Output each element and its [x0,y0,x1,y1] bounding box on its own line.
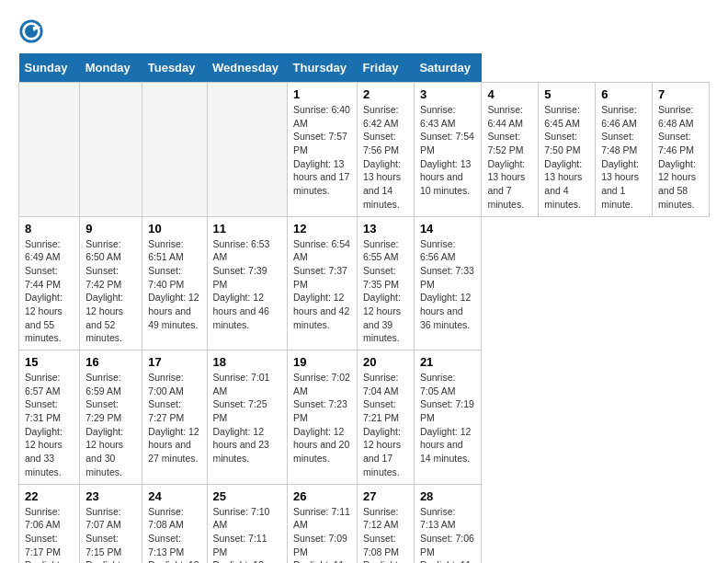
day-info: Sunrise: 7:05 AMSunset: 7:19 PMDaylight:… [420,371,476,465]
calendar-cell: 7Sunrise: 6:48 AMSunset: 7:46 PMDaylight… [653,83,710,217]
calendar-cell: 21Sunrise: 7:05 AMSunset: 7:19 PMDayligh… [414,350,482,485]
day-info: Sunrise: 6:46 AMSunset: 7:48 PMDaylight:… [601,103,646,212]
calendar-cell: 13Sunrise: 6:55 AMSunset: 7:35 PMDayligh… [358,216,415,350]
day-number: 15 [25,355,74,369]
day-info: Sunrise: 6:44 AMSunset: 7:52 PMDaylight:… [487,103,532,212]
header-day-monday: Monday [80,53,142,83]
calendar-cell: 5Sunrise: 6:45 AMSunset: 7:50 PMDaylight… [539,83,596,217]
day-number: 6 [601,87,646,101]
calendar-cell: 27Sunrise: 7:12 AMSunset: 7:08 PMDayligh… [358,484,415,563]
day-number: 25 [213,489,281,503]
day-info: Sunrise: 6:56 AMSunset: 7:33 PMDaylight:… [420,237,476,332]
page-header [18,18,710,44]
day-info: Sunrise: 7:07 AMSunset: 7:15 PMDaylight:… [85,505,136,564]
calendar-cell: 17Sunrise: 7:00 AMSunset: 7:27 PMDayligh… [142,350,207,485]
day-number: 5 [544,87,589,101]
header-day-sunday: Sunday [19,53,80,83]
day-number: 23 [85,489,136,503]
day-info: Sunrise: 7:01 AMSunset: 7:25 PMDaylight:… [213,371,281,465]
day-number: 4 [487,87,532,101]
day-number: 16 [85,355,136,369]
calendar-cell: 22Sunrise: 7:06 AMSunset: 7:17 PMDayligh… [19,484,80,563]
day-number: 14 [420,222,476,236]
day-info: Sunrise: 6:53 AMSunset: 7:39 PMDaylight:… [213,237,281,332]
calendar-cell: 16Sunrise: 6:59 AMSunset: 7:29 PMDayligh… [80,350,142,485]
day-info: Sunrise: 7:04 AMSunset: 7:21 PMDaylight:… [363,371,408,479]
calendar-cell: 2Sunrise: 6:42 AMSunset: 7:56 PMDaylight… [358,83,415,217]
day-info: Sunrise: 6:45 AMSunset: 7:50 PMDaylight:… [544,103,589,212]
day-info: Sunrise: 6:57 AMSunset: 7:31 PMDaylight:… [25,371,74,479]
calendar-cell [142,83,207,217]
day-info: Sunrise: 7:12 AMSunset: 7:08 PMDaylight:… [363,505,408,564]
logo-icon [18,18,44,44]
calendar-cell: 9Sunrise: 6:50 AMSunset: 7:42 PMDaylight… [80,216,142,350]
day-number: 1 [293,87,351,101]
day-number: 9 [85,222,136,236]
calendar-table: SundayMondayTuesdayWednesdayThursdayFrid… [18,53,710,563]
day-number: 19 [293,355,351,369]
calendar-cell: 6Sunrise: 6:46 AMSunset: 7:48 PMDaylight… [596,83,653,217]
day-number: 17 [148,355,200,369]
day-info: Sunrise: 6:59 AMSunset: 7:29 PMDaylight:… [85,371,136,479]
day-number: 7 [658,87,703,101]
calendar-cell: 19Sunrise: 7:02 AMSunset: 7:23 PMDayligh… [288,350,358,485]
calendar-cell: 4Sunrise: 6:44 AMSunset: 7:52 PMDaylight… [482,83,539,217]
calendar-cell: 8Sunrise: 6:49 AMSunset: 7:44 PMDaylight… [19,216,80,350]
day-info: Sunrise: 6:49 AMSunset: 7:44 PMDaylight:… [25,237,74,346]
calendar-cell: 18Sunrise: 7:01 AMSunset: 7:25 PMDayligh… [207,350,287,485]
day-number: 28 [420,489,476,503]
day-number: 22 [25,489,74,503]
calendar-cell: 24Sunrise: 7:08 AMSunset: 7:13 PMDayligh… [142,484,207,563]
day-number: 21 [420,355,476,369]
day-info: Sunrise: 6:42 AMSunset: 7:56 PMDaylight:… [363,103,408,212]
day-number: 20 [363,355,408,369]
day-number: 8 [25,222,74,236]
day-info: Sunrise: 6:40 AMSunset: 7:57 PMDaylight:… [293,103,351,198]
day-info: Sunrise: 7:08 AMSunset: 7:13 PMDaylight:… [148,505,200,564]
calendar-cell: 25Sunrise: 7:10 AMSunset: 7:11 PMDayligh… [207,484,287,563]
day-info: Sunrise: 7:02 AMSunset: 7:23 PMDaylight:… [293,371,351,465]
calendar-cell: 15Sunrise: 6:57 AMSunset: 7:31 PMDayligh… [19,350,80,485]
day-info: Sunrise: 6:51 AMSunset: 7:40 PMDaylight:… [148,237,200,332]
calendar-cell: 26Sunrise: 7:11 AMSunset: 7:09 PMDayligh… [288,484,358,563]
header-day-wednesday: Wednesday [207,53,287,83]
day-info: Sunrise: 7:13 AMSunset: 7:06 PMDaylight:… [420,505,476,564]
day-info: Sunrise: 6:50 AMSunset: 7:42 PMDaylight:… [85,237,136,346]
week-row-2: 8Sunrise: 6:49 AMSunset: 7:44 PMDaylight… [19,216,710,350]
calendar-cell: 20Sunrise: 7:04 AMSunset: 7:21 PMDayligh… [358,350,415,485]
calendar-cell: 10Sunrise: 6:51 AMSunset: 7:40 PMDayligh… [142,216,207,350]
day-number: 18 [213,355,281,369]
header-day-friday: Friday [358,53,415,83]
day-info: Sunrise: 6:48 AMSunset: 7:46 PMDaylight:… [658,103,703,212]
week-row-4: 22Sunrise: 7:06 AMSunset: 7:17 PMDayligh… [19,484,710,563]
calendar-cell [19,83,80,217]
day-number: 2 [363,87,408,101]
calendar-cell: 1Sunrise: 6:40 AMSunset: 7:57 PMDaylight… [288,83,358,217]
header-day-tuesday: Tuesday [142,53,207,83]
calendar-cell: 14Sunrise: 6:56 AMSunset: 7:33 PMDayligh… [414,216,482,350]
calendar-cell [80,83,142,217]
day-info: Sunrise: 7:10 AMSunset: 7:11 PMDaylight:… [213,505,281,564]
day-info: Sunrise: 6:43 AMSunset: 7:54 PMDaylight:… [420,103,476,198]
header-day-thursday: Thursday [288,53,358,83]
day-number: 13 [363,222,408,236]
day-number: 24 [148,489,200,503]
day-info: Sunrise: 6:55 AMSunset: 7:35 PMDaylight:… [363,237,408,346]
calendar-header-row: SundayMondayTuesdayWednesdayThursdayFrid… [19,53,710,83]
day-number: 26 [293,489,351,503]
day-info: Sunrise: 7:00 AMSunset: 7:27 PMDaylight:… [148,371,200,465]
header-day-saturday: Saturday [414,53,482,83]
week-row-3: 15Sunrise: 6:57 AMSunset: 7:31 PMDayligh… [19,350,710,485]
day-number: 3 [420,87,476,101]
day-number: 11 [213,222,281,236]
calendar-cell: 28Sunrise: 7:13 AMSunset: 7:06 PMDayligh… [414,484,482,563]
calendar-cell: 12Sunrise: 6:54 AMSunset: 7:37 PMDayligh… [288,216,358,350]
day-info: Sunrise: 6:54 AMSunset: 7:37 PMDaylight:… [293,237,351,332]
week-row-1: 1Sunrise: 6:40 AMSunset: 7:57 PMDaylight… [19,83,710,217]
logo [18,18,50,44]
calendar-cell: 11Sunrise: 6:53 AMSunset: 7:39 PMDayligh… [207,216,287,350]
day-number: 10 [148,222,200,236]
day-info: Sunrise: 7:11 AMSunset: 7:09 PMDaylight:… [293,505,351,564]
day-number: 27 [363,489,408,503]
calendar-cell: 23Sunrise: 7:07 AMSunset: 7:15 PMDayligh… [80,484,142,563]
